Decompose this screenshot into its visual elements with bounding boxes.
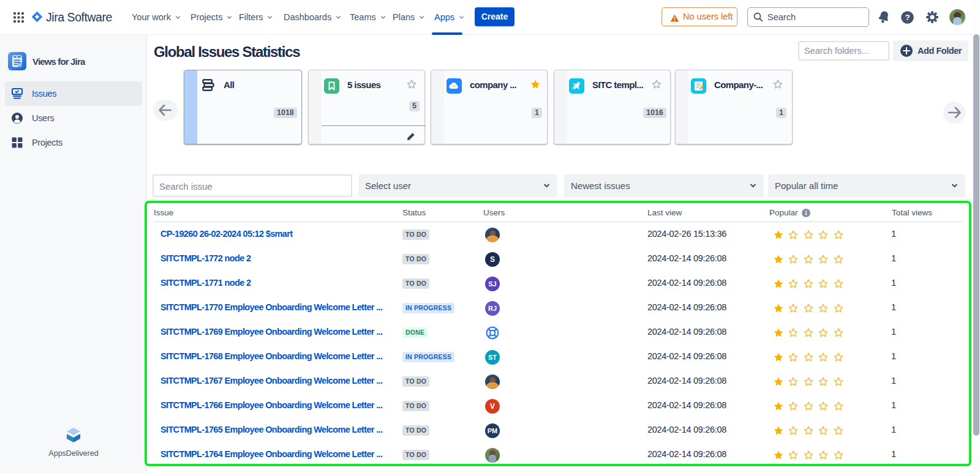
- svg-text:?: ?: [905, 13, 910, 22]
